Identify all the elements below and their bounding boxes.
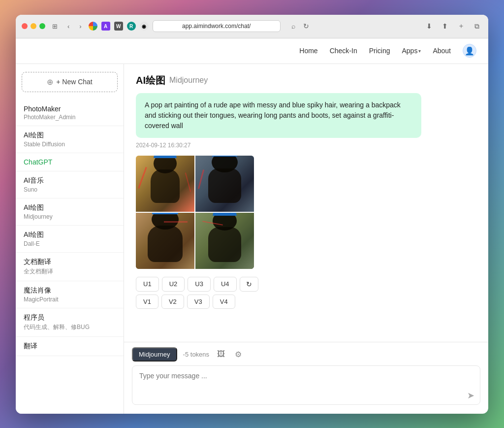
image-cell-4[interactable] bbox=[195, 213, 254, 269]
sidebar-item-sub: MagicPortrait bbox=[24, 296, 116, 303]
send-icon: ➤ bbox=[467, 391, 474, 400]
avatar-icon: 👤 bbox=[465, 46, 474, 56]
sidebar-item-translate[interactable]: 翻译 bbox=[16, 337, 124, 356]
u1-button[interactable]: U1 bbox=[136, 277, 159, 292]
sidebar-item-title: 翻译 bbox=[24, 342, 116, 351]
sidebar-item-title: 魔法肖像 bbox=[24, 286, 116, 295]
sidebar-item-midjourney[interactable]: AI绘图 Midjourney bbox=[16, 198, 124, 226]
nav-about[interactable]: About bbox=[433, 47, 451, 55]
sidebar-item-title: 程序员 bbox=[24, 313, 116, 322]
sidebar-item-title-active: ChatGPT bbox=[24, 158, 116, 166]
sidebar-item-sd[interactable]: AI绘图 Stable Diffusion bbox=[16, 126, 124, 153]
u3-button[interactable]: U3 bbox=[188, 277, 211, 292]
nav-home[interactable]: Home bbox=[299, 47, 317, 55]
u4-button[interactable]: U4 bbox=[214, 277, 237, 292]
new-tab-icon-btn[interactable]: ＋ bbox=[455, 21, 468, 32]
input-area: Midjourney -5 tokens 🖼 ⚙ ➤ bbox=[124, 342, 488, 414]
image-cell-2[interactable] bbox=[195, 156, 254, 212]
share-icon-btn[interactable]: ⬆ bbox=[439, 21, 451, 31]
sidebar-item-sub: 代码生成、解释、修BUG bbox=[24, 323, 116, 331]
search-icon-btn[interactable]: ⌕ bbox=[288, 21, 298, 31]
sidebar-item-sub: Stable Diffusion bbox=[24, 141, 116, 148]
v3-button[interactable]: V3 bbox=[187, 295, 210, 309]
new-chat-button[interactable]: ⊕ + New Chat bbox=[22, 72, 118, 92]
action-buttons-row2: V1 V2 V3 V4 bbox=[136, 295, 476, 309]
close-button[interactable] bbox=[22, 23, 28, 29]
v1-button[interactable]: V1 bbox=[136, 295, 158, 309]
sidebar-item-title: AI绘图 bbox=[24, 230, 116, 239]
sidebar-item-sub: Midjourney bbox=[24, 213, 116, 220]
reload-icon-btn[interactable]: ↻ bbox=[300, 21, 312, 31]
v2-button[interactable]: V2 bbox=[161, 295, 184, 309]
minimize-button[interactable] bbox=[31, 23, 36, 29]
title-bar: ⊞ ‹ › A W R ◉ app.aimindwork.com/chat/ ⌕… bbox=[16, 15, 488, 38]
split-view-icon-btn[interactable]: ⧉ bbox=[472, 21, 482, 32]
sidebar-item-programmer[interactable]: 程序员 代码生成、解释、修BUG bbox=[16, 308, 124, 337]
nav-apps-dropdown[interactable]: Apps ▾ bbox=[402, 47, 421, 55]
address-bar[interactable]: app.aimindwork.com/chat/ bbox=[153, 20, 281, 32]
forward-button[interactable]: › bbox=[76, 22, 84, 31]
sidebar-item-magic-portrait[interactable]: 魔法肖像 MagicPortrait bbox=[16, 281, 124, 308]
midjourney-badge-button[interactable]: Midjourney bbox=[132, 347, 177, 362]
sidebar-item-doc-translate[interactable]: 文档翻译 全文档翻译 bbox=[16, 253, 124, 281]
image-cell-3[interactable] bbox=[136, 213, 194, 269]
monkey-art-4 bbox=[195, 213, 254, 269]
v4-button[interactable]: V4 bbox=[213, 295, 235, 309]
sidebar-item-suno[interactable]: AI音乐 Suno bbox=[16, 171, 124, 198]
chat-subtitle: Midjourney bbox=[169, 76, 208, 85]
user-avatar[interactable]: 👤 bbox=[463, 44, 476, 58]
send-button[interactable]: ➤ bbox=[467, 390, 474, 401]
sidebar-item-title: AI绘图 bbox=[24, 131, 116, 140]
image-icon: 🖼 bbox=[217, 350, 225, 358]
plus-icon: ⊕ bbox=[47, 77, 53, 87]
nav-bar: Home Check-In Pricing Apps ▾ About 👤 bbox=[16, 38, 488, 64]
download-icon-btn[interactable]: ⬇ bbox=[423, 21, 435, 31]
image-cell-1[interactable] bbox=[136, 156, 194, 212]
extension-icon-3[interactable]: R bbox=[127, 22, 136, 31]
nav-apps[interactable]: Apps bbox=[402, 47, 417, 55]
u2-button[interactable]: U2 bbox=[162, 277, 185, 292]
nav-pricing[interactable]: Pricing bbox=[369, 47, 390, 55]
sidebar-item-title: AI音乐 bbox=[24, 176, 116, 185]
maximize-button[interactable] bbox=[39, 23, 45, 29]
sidebar-item-chatgpt[interactable]: ChatGPT bbox=[16, 153, 124, 171]
message-input-wrapper: ➤ bbox=[132, 365, 480, 407]
action-buttons-row1: U1 U2 U3 U4 ↻ bbox=[136, 277, 476, 292]
main-content: ⊕ + New Chat PhotoMaker PhotoMaker_Admin… bbox=[16, 64, 488, 414]
traffic-lights bbox=[22, 23, 45, 29]
settings-icon: ⚙ bbox=[235, 350, 242, 359]
sidebar-toggle-button[interactable]: ⊞ bbox=[49, 22, 61, 31]
chat-title: AI绘图 bbox=[136, 74, 165, 87]
toolbar-icons: ⌕ ↻ bbox=[288, 21, 312, 31]
sidebar-item-sub: Dall-E bbox=[24, 240, 116, 247]
refresh-button[interactable]: ↻ bbox=[240, 277, 258, 292]
chat-area: AI绘图 Midjourney A pop art painting of a … bbox=[124, 64, 488, 414]
monkey-art-2 bbox=[195, 156, 254, 212]
chat-header: AI绘图 Midjourney bbox=[124, 64, 488, 93]
extension-icon-4[interactable]: ◉ bbox=[140, 22, 149, 31]
chat-messages: A pop art painting of a rude ape with me… bbox=[124, 93, 488, 342]
message-input[interactable] bbox=[132, 365, 480, 405]
monkey-art-3 bbox=[136, 213, 194, 269]
message-text: A pop art painting of a rude ape with me… bbox=[145, 101, 401, 130]
sidebar-item-dalle[interactable]: AI绘图 Dall-E bbox=[16, 226, 124, 253]
sidebar-item-title: AI绘图 bbox=[24, 203, 116, 212]
settings-button[interactable]: ⚙ bbox=[233, 349, 244, 360]
chrome-icon bbox=[89, 22, 97, 31]
sidebar-item-photomaker[interactable]: PhotoMaker PhotoMaker_Admin bbox=[16, 100, 124, 126]
sidebar-item-sub: 全文档翻译 bbox=[24, 267, 116, 276]
monkey-art-1 bbox=[136, 156, 194, 212]
apps-chevron-icon: ▾ bbox=[418, 48, 421, 54]
sidebar: ⊕ + New Chat PhotoMaker PhotoMaker_Admin… bbox=[16, 64, 124, 414]
sidebar-item-sub: PhotoMaker_Admin bbox=[24, 114, 116, 121]
generated-image-grid bbox=[136, 156, 254, 269]
image-upload-button[interactable]: 🖼 bbox=[215, 349, 227, 360]
sidebar-item-title: 文档翻译 bbox=[24, 258, 116, 266]
nav-checkin[interactable]: Check-In bbox=[330, 47, 357, 55]
sidebar-item-title: PhotoMaker bbox=[24, 105, 116, 113]
extension-icon-2[interactable]: W bbox=[114, 22, 123, 31]
sidebar-item-sub: Suno bbox=[24, 186, 116, 193]
extension-icon-1[interactable]: A bbox=[101, 22, 110, 31]
back-button[interactable]: ‹ bbox=[64, 22, 72, 31]
tokens-display: -5 tokens bbox=[183, 351, 209, 358]
